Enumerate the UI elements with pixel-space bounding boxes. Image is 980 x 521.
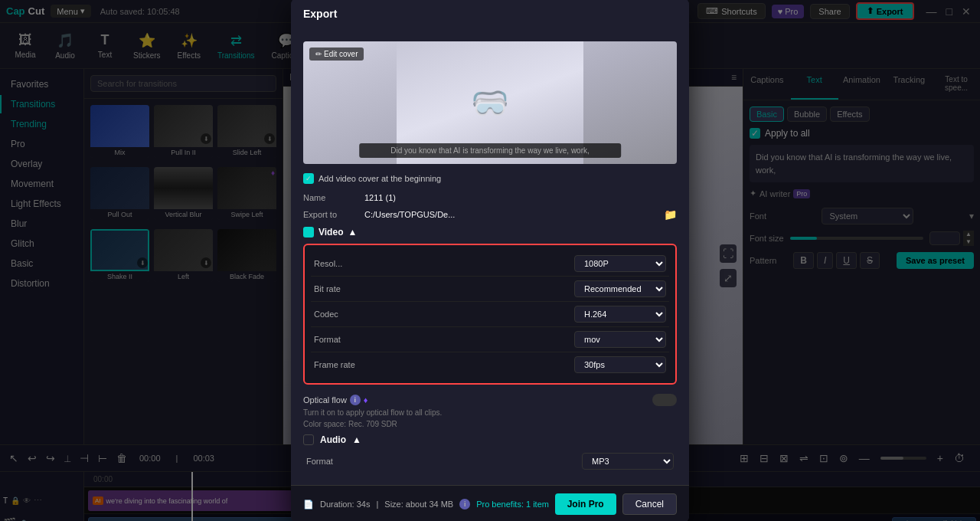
export-to-label: Export to [303,210,364,219]
export-to-row: Export to C:/Users/TOPGUS/De... 📁 [303,208,677,221]
framerate-label: Frame rate [314,360,355,369]
resolution-label: Resol... [314,259,342,268]
video-options-grid: Resol... 1080P 720P 4K Bit rate Recommen… [303,244,677,385]
codec-label: Codec [314,310,338,319]
cover-checkbox-checked: ✓ [303,173,314,184]
pro-benefits-link[interactable]: Pro benefits: 1 item [476,500,549,509]
modal-body: 🥽 ✏ Edit cover Did you know that AI is t… [291,29,689,485]
video-section-header: Video ▲ [303,227,677,238]
audio-section: Audio ▲ Format MP3 AAC [303,434,677,473]
name-label: Name [303,193,364,202]
codec-select-wrapper: H.264 H.265 [574,306,666,323]
codec-row: Codec H.264 H.265 [311,302,669,327]
audio-section-title: Audio [320,434,346,445]
optical-flow-description: Turn it on to apply optical flow to all … [303,408,677,417]
modal-footer: 📄 Duration: 34s | Size: about 34 MB i Pr… [291,485,689,521]
framerate-row: Frame rate 30fps 24fps 60fps [311,352,669,377]
edit-icon: ✏ [315,50,322,58]
audio-format-row: Format MP3 AAC [303,450,677,473]
optical-flow-row: Optical flow i ♦ Turn it on to apply opt… [303,394,677,428]
format-select-wrapper: mov mp4 [574,331,666,348]
bitrate-select[interactable]: Recommended High Medium [574,280,666,297]
format-label: Format [314,335,341,344]
audio-format-select[interactable]: MP3 AAC [582,453,674,470]
chevron-up-icon: ▲ [348,227,357,238]
codec-select[interactable]: H.264 H.265 [574,306,666,323]
resolution-row: Resol... 1080P 720P 4K [311,251,669,277]
join-pro-button[interactable]: Join Pro [555,493,616,515]
bitrate-label: Bit rate [314,284,341,293]
resolution-select[interactable]: 1080P 720P 4K [574,255,666,272]
modal-overlay: Export 🥽 ✏ Edit cover Did you know that … [0,0,980,521]
preview-caption: Did you know that AI is transforming the… [359,143,621,158]
audio-section-checkbox[interactable] [303,434,314,445]
pro-benefits-text: Pro benefits: 1 item [476,500,549,509]
color-space-label: Color space: Rec. 709 SDR [303,420,677,428]
folder-button[interactable]: 📁 [664,208,677,221]
video-cover-checkbox[interactable]: ✓ Add video cover at the beginning [303,173,677,184]
bitrate-select-wrapper: Recommended High Medium [574,280,666,297]
video-section-title: Video ▲ [303,227,357,238]
duration-icon: 📄 [303,500,314,510]
footer-info: 📄 Duration: 34s | Size: about 34 MB i Pr… [303,499,549,510]
audio-section-header[interactable]: Audio ▲ [303,434,677,445]
edit-cover-button[interactable]: ✏ Edit cover [309,48,364,61]
audio-chevron-icon: ▲ [352,434,361,445]
optical-flow-label: Optical flow i ♦ [303,395,368,405]
resolution-select-wrapper: 1080P 720P 4K [574,255,666,272]
format-select[interactable]: mov mp4 [574,331,666,348]
duration-label: Duration: 34s [320,500,370,509]
optical-flow-info-icon[interactable]: i [350,395,361,405]
video-section-checkbox[interactable] [303,227,314,238]
footer-info-icon[interactable]: i [459,499,470,510]
export-name-row: Name 1211 (1) [303,193,677,202]
footer-buttons: Join Pro Cancel [555,493,677,515]
format-row: Format mov mp4 [311,327,669,352]
cancel-button[interactable]: Cancel [622,493,677,515]
audio-format-label: Format [306,457,333,466]
modal-header: Export [291,0,689,29]
preview-person-emoji: 🥽 [471,85,509,121]
name-value: 1211 (1) [364,193,677,202]
optical-flow-toggle: Optical flow i ♦ [303,394,677,406]
size-label: Size: about 34 MB [384,500,453,509]
modal-title: Export [303,8,337,20]
export-modal: Export 🥽 ✏ Edit cover Did you know that … [291,0,689,521]
framerate-select-wrapper: 30fps 24fps 60fps [574,356,666,373]
optical-flow-toggle-switch[interactable] [652,394,677,406]
bitrate-row: Bit rate Recommended High Medium [311,277,669,302]
separator: | [376,500,378,509]
framerate-select[interactable]: 30fps 24fps 60fps [574,356,666,373]
export-path: C:/Users/TOPGUS/De... [364,210,664,219]
export-preview: 🥽 ✏ Edit cover Did you know that AI is t… [303,41,677,164]
optical-flow-diamond-icon: ♦ [364,395,368,405]
